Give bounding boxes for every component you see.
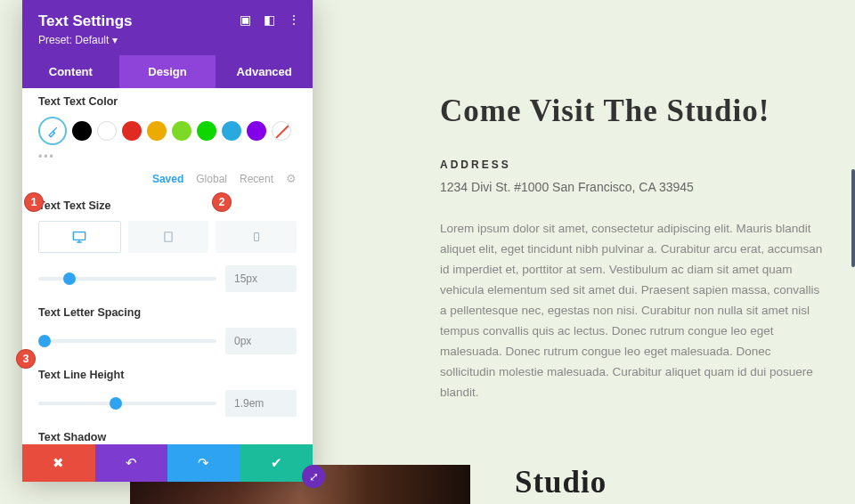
tab-advanced[interactable]: Advanced xyxy=(216,55,313,88)
eyedropper-icon[interactable] xyxy=(38,117,67,145)
address-label: ADDRESS xyxy=(440,159,823,171)
text-settings-panel: Text Settings Preset: Default ▾ ▣ ◧ ⋮ Co… xyxy=(22,0,313,482)
resize-handle[interactable]: ⤢ xyxy=(302,465,325,488)
color-swatch[interactable] xyxy=(97,121,117,141)
color-swatch[interactable] xyxy=(222,121,241,141)
line-height-label: Text Line Height xyxy=(38,369,297,381)
undo-button[interactable]: ↶ xyxy=(95,444,168,482)
preview-content: Come Visit The Studio! ADDRESS 1234 Divi… xyxy=(440,93,823,402)
color-swatch[interactable] xyxy=(72,121,92,141)
line-height-slider[interactable] xyxy=(38,402,216,405)
color-swatch[interactable] xyxy=(122,121,142,141)
address-line: 1234 Divi St. #1000 San Francisco, CA 33… xyxy=(440,180,823,194)
svg-rect-2 xyxy=(254,233,258,241)
device-phone[interactable] xyxy=(216,221,297,253)
letter-spacing-label: Text Letter Spacing xyxy=(38,306,297,319)
gear-icon[interactable]: ⚙ xyxy=(286,172,297,185)
text-size-slider[interactable] xyxy=(38,277,216,280)
color-row xyxy=(38,117,297,145)
text-size-value[interactable]: 15px xyxy=(225,265,297,292)
device-desktop[interactable] xyxy=(38,221,121,253)
columns-icon[interactable]: ◧ xyxy=(264,12,275,27)
letter-spacing-slider[interactable] xyxy=(38,339,216,343)
focus-icon[interactable]: ▣ xyxy=(240,12,251,27)
panel-footer: ✖ ↶ ↷ ✔ xyxy=(22,444,313,482)
subtab-global[interactable]: Global xyxy=(196,173,227,185)
page-heading: Come Visit The Studio! xyxy=(440,93,823,130)
annotation-3: 3 xyxy=(16,349,36,369)
color-swatch[interactable] xyxy=(247,121,266,141)
tab-content[interactable]: Content xyxy=(22,55,119,88)
text-size-label: Text Text Size xyxy=(38,199,297,212)
letter-spacing-value[interactable]: 0px xyxy=(225,328,297,354)
subtab-recent[interactable]: Recent xyxy=(240,173,273,185)
panel-header: Text Settings Preset: Default ▾ ▣ ◧ ⋮ xyxy=(22,0,313,55)
studio-heading: Studio xyxy=(515,465,607,500)
cancel-button[interactable]: ✖ xyxy=(22,444,95,482)
panel-preset[interactable]: Preset: Default ▾ xyxy=(38,34,297,46)
color-swatch[interactable] xyxy=(197,121,216,141)
annotation-2: 2 xyxy=(212,192,232,212)
tab-design[interactable]: Design xyxy=(119,55,216,88)
tabs: Content Design Advanced xyxy=(22,55,313,88)
subtab-saved[interactable]: Saved xyxy=(152,173,183,185)
more-icon[interactable]: ⋮ xyxy=(288,12,300,27)
line-height-value[interactable]: 1.9em xyxy=(225,390,297,417)
color-swatch-none[interactable] xyxy=(272,121,291,141)
more-dots[interactable]: ••• xyxy=(38,150,297,163)
color-swatch[interactable] xyxy=(147,121,167,141)
body-text: Lorem ipsum dolor sit amet, consectetur … xyxy=(440,219,823,402)
redo-button[interactable]: ↷ xyxy=(167,444,240,482)
svg-rect-0 xyxy=(74,232,86,240)
scrollbar[interactable] xyxy=(851,169,855,267)
svg-rect-1 xyxy=(165,232,172,242)
color-swatch[interactable] xyxy=(172,121,191,141)
device-tablet[interactable] xyxy=(128,221,209,253)
text-shadow-label: Text Shadow xyxy=(38,431,297,443)
text-color-label: Text Text Color xyxy=(38,95,297,108)
panel-body: Text Text Color ••• Saved Global Recent … xyxy=(22,88,313,444)
annotation-1: 1 xyxy=(24,192,44,212)
